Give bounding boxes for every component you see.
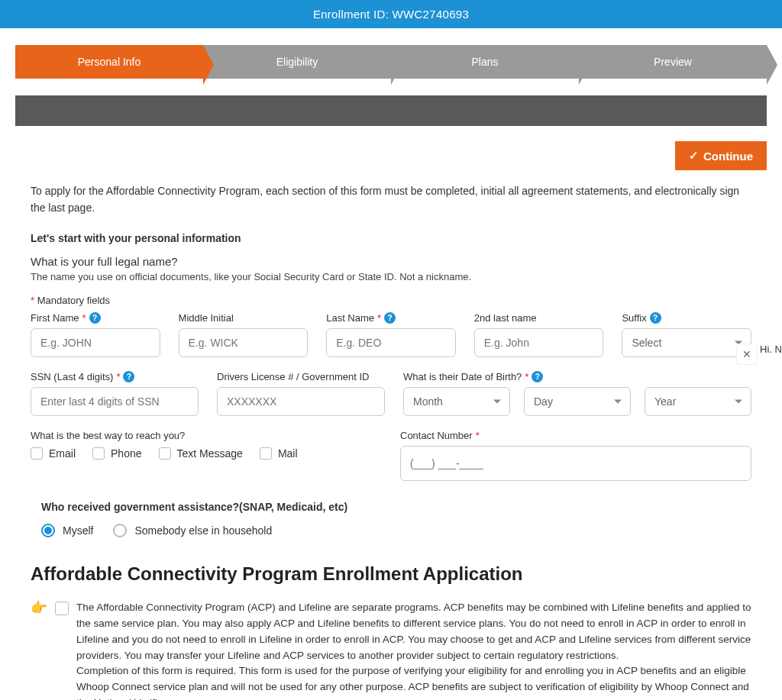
ssn-input[interactable] bbox=[31, 387, 199, 416]
first-name-input[interactable] bbox=[31, 328, 160, 357]
checkbox-icon bbox=[31, 447, 43, 460]
radio-icon bbox=[41, 524, 55, 537]
progress-steps: Personal Info Eligibility Plans Preview bbox=[15, 45, 767, 79]
dob-label: What is their Date of Birth? * ? bbox=[403, 371, 751, 382]
contact-number-label: Contact Number * bbox=[400, 430, 751, 441]
step-personal-info[interactable]: Personal Info bbox=[15, 45, 203, 79]
help-icon[interactable]: ? bbox=[123, 371, 134, 382]
pointing-hand-icon: 👉 bbox=[31, 599, 47, 616]
last-name-input[interactable] bbox=[326, 328, 456, 357]
reach-mail-checkbox[interactable]: Mail bbox=[260, 447, 298, 460]
check-icon bbox=[689, 149, 699, 163]
checkbox-icon bbox=[260, 447, 272, 460]
application-title: Affordable Connectivity Program Enrollme… bbox=[31, 563, 751, 585]
second-last-name-label: 2nd last name bbox=[474, 312, 604, 324]
dob-month-select[interactable]: Month bbox=[403, 387, 510, 416]
suffix-label: Suffix ? bbox=[622, 312, 751, 324]
help-icon[interactable]: ? bbox=[384, 312, 396, 324]
close-icon: ✕ bbox=[742, 348, 751, 360]
suffix-select[interactable]: Select bbox=[622, 328, 751, 357]
mandatory-note: * Mandatory fields bbox=[31, 295, 751, 306]
dob-day-select[interactable]: Day bbox=[524, 387, 631, 416]
intro-text: To apply for the Affordable Connectivity… bbox=[31, 182, 751, 217]
reach-text-checkbox[interactable]: Text Message bbox=[159, 447, 243, 460]
help-icon[interactable]: ? bbox=[650, 312, 661, 324]
checkbox-icon bbox=[159, 447, 171, 460]
acknowledgement-text: The Affordable Connectivity Program (ACP… bbox=[76, 600, 751, 700]
step-preview[interactable]: Preview bbox=[579, 45, 767, 79]
dl-input[interactable] bbox=[217, 387, 385, 416]
radio-icon bbox=[113, 524, 127, 537]
first-name-label: First Name * ? bbox=[31, 312, 160, 324]
reach-email-checkbox[interactable]: Email bbox=[31, 447, 76, 460]
checkbox-icon bbox=[92, 447, 105, 460]
section-header-bar bbox=[15, 95, 767, 126]
ssn-label: SSN (Last 4 digits) * ? bbox=[31, 371, 199, 382]
assistance-question: Who received government assistance?(SNAP… bbox=[41, 501, 751, 513]
section-heading: Let's start with your personal informati… bbox=[31, 232, 751, 244]
last-name-label: Last Name * ? bbox=[326, 312, 456, 324]
chat-close-button[interactable]: ✕ bbox=[736, 344, 758, 365]
assist-somebody-radio[interactable]: Somebody else in household bbox=[113, 524, 272, 537]
acknowledgement-checkbox[interactable] bbox=[55, 602, 69, 615]
reach-label: What is the best way to reach you? bbox=[31, 430, 382, 441]
contact-number-input[interactable] bbox=[400, 446, 751, 481]
second-last-name-input[interactable] bbox=[474, 328, 604, 357]
help-icon[interactable]: ? bbox=[532, 371, 543, 382]
help-icon[interactable]: ? bbox=[89, 312, 101, 324]
middle-initial-label: Middle Initial bbox=[179, 312, 309, 324]
middle-initial-input[interactable] bbox=[179, 328, 309, 357]
assist-myself-radio[interactable]: Myself bbox=[41, 524, 93, 537]
dl-label: Drivers License # / Government ID bbox=[217, 371, 385, 382]
step-eligibility[interactable]: Eligibility bbox=[203, 45, 391, 79]
legal-name-question: What is your full legal name? bbox=[31, 255, 751, 268]
continue-button[interactable]: Continue bbox=[675, 141, 767, 170]
reach-phone-checkbox[interactable]: Phone bbox=[92, 447, 141, 460]
chat-widget-text: Hi. N bbox=[760, 344, 782, 355]
enrollment-id-bar: Enrollment ID: WWC2740693 bbox=[0, 0, 782, 28]
legal-name-subtext: The name you use on official documents, … bbox=[31, 271, 751, 282]
step-plans[interactable]: Plans bbox=[391, 45, 579, 79]
dob-year-select[interactable]: Year bbox=[645, 387, 751, 416]
enrollment-id: Enrollment ID: WWC2740693 bbox=[313, 8, 469, 21]
